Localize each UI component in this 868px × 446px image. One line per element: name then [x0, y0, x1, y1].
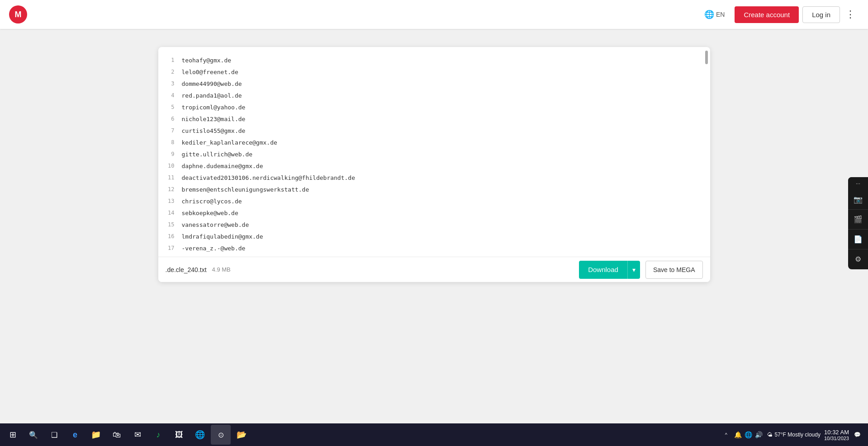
- line-content: tropicoml@yahoo.de: [182, 104, 246, 111]
- table-row: 3 domme44990@web.de: [158, 78, 710, 89]
- line-content: gitte.ullrich@web.de: [182, 151, 253, 158]
- globe-icon: 🌐: [704, 9, 714, 19]
- line-number: 17: [162, 245, 175, 251]
- line-content: -verena_z.-@web.de: [182, 245, 246, 252]
- file-name: .de.cle_240.txt: [166, 266, 207, 273]
- mail-button[interactable]: ✉: [128, 425, 147, 445]
- task-view-button[interactable]: ❑: [44, 425, 64, 445]
- download-button-group: Download ▾: [579, 261, 640, 279]
- folder-icon: 📁: [91, 430, 101, 440]
- table-row: 16 lmdrafiqulabedin@gmx.de: [158, 230, 710, 242]
- table-row: 10 daphne.dudemaine@gmx.de: [158, 160, 710, 172]
- line-content: deactivated20130106.nerdicwalking@fhilde…: [182, 174, 356, 181]
- table-row: 15 vanessatorre@web.de: [158, 219, 710, 230]
- translate-button[interactable]: 🌐: [190, 425, 210, 445]
- line-number: 9: [162, 151, 175, 157]
- download-button[interactable]: Download: [579, 261, 627, 279]
- camera-tool-button[interactable]: 📷: [848, 190, 868, 210]
- notification-button[interactable]: 💬: [853, 425, 862, 445]
- lang-label: EN: [716, 11, 725, 18]
- line-number: 4: [162, 92, 175, 99]
- line-number: 8: [162, 139, 175, 146]
- start-icon: ⊞: [9, 430, 16, 440]
- save-to-mega-button[interactable]: Save to MEGA: [645, 261, 703, 279]
- scrollbar[interactable]: [705, 49, 708, 282]
- taskbar: ⊞ 🔍 ❑ e 📁 🛍 ✉ ♪ 🖼 🌐 ⊙ 📂 ^ 🔔 🌐 🔊 🌤: [0, 423, 868, 446]
- line-content: bremsen@entschleunigungswerkstatt.de: [182, 186, 309, 193]
- login-button[interactable]: Log in: [802, 6, 840, 23]
- file-explorer-button[interactable]: 📂: [232, 425, 251, 445]
- system-tray: ^ 🔔 🌐 🔊: [717, 429, 766, 440]
- chrome-button[interactable]: ⊙: [211, 425, 231, 445]
- gear-icon: ⚙: [855, 255, 861, 263]
- file-size: 4.9 MB: [212, 266, 231, 273]
- gear-tool-button[interactable]: ⚙: [848, 249, 868, 269]
- header: M 🌐 EN Create account Log in ⋮: [0, 0, 868, 29]
- weather-icon: 🌤: [767, 432, 773, 438]
- taskbar-right: 🌤 57°F Mostly cloudy 10:32 AM 10/31/2023…: [767, 425, 865, 445]
- edge-button[interactable]: e: [65, 425, 85, 445]
- video-icon: 🎬: [854, 215, 863, 224]
- video-tool-button[interactable]: 🎬: [848, 210, 868, 230]
- table-row: 1 teohafy@gmx.de: [158, 54, 710, 66]
- photos-icon: 🖼: [175, 430, 183, 440]
- search-button[interactable]: 🔍: [24, 425, 43, 445]
- clock-date: 10/31/2023: [824, 436, 849, 441]
- line-content: daphne.dudemaine@gmx.de: [182, 163, 263, 169]
- taskbar-clock: 10:32 AM 10/31/2023: [824, 429, 849, 441]
- line-content: teohafy@gmx.de: [182, 57, 232, 64]
- table-row: 7 curtislo455@gmx.de: [158, 125, 710, 136]
- line-content: domme44990@web.de: [182, 80, 242, 87]
- store-icon: 🛍: [113, 430, 121, 440]
- spotify-icon: ♪: [157, 430, 161, 440]
- file-viewer-panel: 1 teohafy@gmx.de 2 lelo0@freenet.de 3 do…: [158, 47, 710, 282]
- create-account-button[interactable]: Create account: [735, 6, 799, 23]
- line-number: 6: [162, 116, 175, 122]
- line-number: 11: [162, 174, 175, 181]
- line-number: 13: [162, 198, 175, 204]
- side-toolbar-top: ···: [848, 177, 868, 190]
- line-number: 5: [162, 104, 175, 110]
- line-content: chriscro@lycos.de: [182, 198, 242, 205]
- chrome-icon: ⊙: [218, 431, 224, 439]
- dots-icon: ···: [856, 180, 860, 187]
- table-row: 9 gitte.ullrich@web.de: [158, 148, 710, 160]
- line-content: sebkoepke@web.de: [182, 210, 238, 216]
- line-number: 1: [162, 57, 175, 63]
- tray-expand-button[interactable]: ^: [721, 429, 731, 440]
- doc-icon: 📄: [854, 235, 863, 244]
- table-row: 17 -verena_z.-@web.de: [158, 242, 710, 254]
- language-selector[interactable]: 🌐 EN: [700, 7, 729, 22]
- lines-container: 1 teohafy@gmx.de 2 lelo0@freenet.de 3 do…: [158, 54, 710, 277]
- scrollbar-thumb[interactable]: [705, 51, 708, 64]
- table-row: 14 sebkoepke@web.de: [158, 207, 710, 219]
- line-content: nichole123@mail.de: [182, 116, 246, 122]
- table-row: 4 red.panda1@aol.de: [158, 89, 710, 101]
- more-options-button[interactable]: ⋮: [842, 6, 859, 23]
- folder-button[interactable]: 📁: [86, 425, 106, 445]
- tray-sound: 🔊: [755, 431, 763, 438]
- line-content: vanessatorre@web.de: [182, 221, 249, 228]
- main-content: 1 teohafy@gmx.de 2 lelo0@freenet.de 3 do…: [0, 29, 868, 423]
- table-row: 12 bremsen@entschleunigungswerkstatt.de: [158, 183, 710, 195]
- download-dropdown-button[interactable]: ▾: [627, 261, 640, 279]
- table-row: 13 chriscro@lycos.de: [158, 195, 710, 207]
- line-content: red.panda1@aol.de: [182, 92, 242, 99]
- doc-tool-button[interactable]: 📄: [848, 230, 868, 249]
- line-number: 12: [162, 186, 175, 192]
- table-row: 2 lelo0@freenet.de: [158, 66, 710, 78]
- store-button[interactable]: 🛍: [107, 425, 127, 445]
- edge-icon: e: [73, 430, 77, 440]
- search-icon: 🔍: [29, 431, 38, 439]
- line-number: 15: [162, 221, 175, 228]
- table-row: 11 deactivated20130106.nerdicwalking@fhi…: [158, 172, 710, 183]
- table-row: 5 tropicoml@yahoo.de: [158, 101, 710, 113]
- mega-logo[interactable]: M: [9, 5, 27, 23]
- line-number: 10: [162, 163, 175, 169]
- photos-button[interactable]: 🖼: [169, 425, 189, 445]
- weather-text: 57°F Mostly cloudy: [774, 432, 821, 438]
- start-button[interactable]: ⊞: [3, 425, 23, 445]
- spotify-button[interactable]: ♪: [148, 425, 168, 445]
- clock-time: 10:32 AM: [824, 429, 849, 436]
- file-content-area[interactable]: 1 teohafy@gmx.de 2 lelo0@freenet.de 3 do…: [158, 47, 710, 282]
